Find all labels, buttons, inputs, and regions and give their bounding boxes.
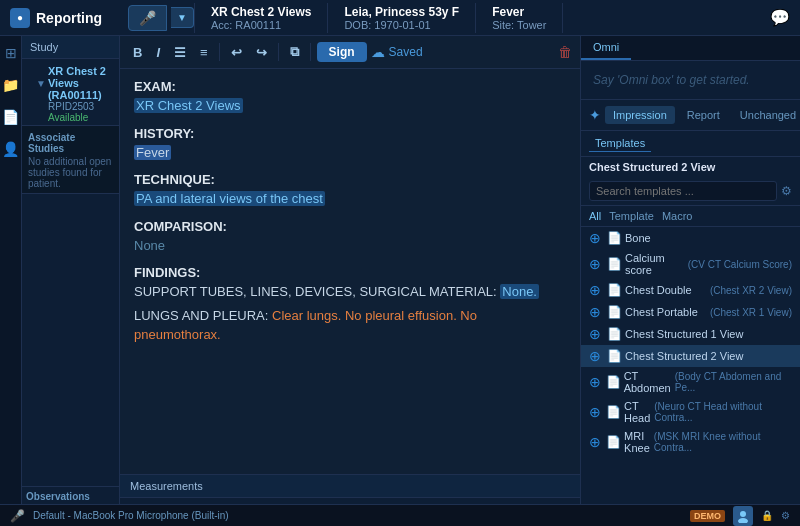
cloud-icon: ☁ bbox=[371, 44, 385, 60]
template-doc-icon: 📄 bbox=[606, 435, 620, 449]
technique-value: PA and lateral views of the chest bbox=[134, 189, 566, 209]
template-plus-icon: ⊕ bbox=[589, 304, 603, 320]
exam-header: EXAM: bbox=[134, 79, 566, 94]
saved-label: Saved bbox=[389, 45, 423, 59]
app-logo: ● Reporting bbox=[0, 8, 120, 28]
unchanged-button[interactable]: Unchanged bbox=[732, 106, 800, 124]
filter-macro[interactable]: Macro bbox=[662, 210, 693, 222]
chat-icon[interactable]: 💬 bbox=[770, 8, 790, 27]
copy-button[interactable]: ⧉ bbox=[285, 42, 304, 62]
bold-button[interactable]: B bbox=[128, 43, 147, 62]
folder-icon[interactable]: 📁 bbox=[2, 76, 20, 94]
template-name: Calcium score bbox=[625, 252, 684, 276]
settings-icon[interactable]: ⚙ bbox=[781, 510, 790, 521]
template-item[interactable]: ⊕ 📄 Chest Portable (Chest XR 1 View) bbox=[581, 301, 800, 323]
findings-line1: SUPPORT TUBES, LINES, DEVICES, SURGICAL … bbox=[134, 282, 566, 302]
templates-tab-row: Templates bbox=[581, 131, 800, 157]
report-content[interactable]: EXAM: XR Chest 2 Views HISTORY: Fever TE… bbox=[120, 69, 580, 474]
patient-name: Leia, Princess 53y F bbox=[344, 5, 459, 19]
findings-none: None. bbox=[500, 284, 539, 299]
expand-icon: ▼ bbox=[36, 78, 46, 89]
template-doc-icon: 📄 bbox=[607, 305, 621, 319]
history-header: HISTORY: bbox=[134, 126, 566, 141]
filter-template[interactable]: Template bbox=[609, 210, 654, 222]
finding-info: Fever Site: Tower bbox=[476, 3, 563, 33]
template-name: Chest Structured 2 View bbox=[625, 350, 792, 362]
template-item[interactable]: ⊕ 📄 CT Head (Neuro CT Head without Contr… bbox=[581, 397, 800, 427]
template-doc-icon: 📄 bbox=[607, 349, 621, 363]
templates-tab[interactable]: Templates bbox=[589, 135, 651, 152]
main-content: ⊞ 📁 📄 👤 Study ▼ XR Chest 2 Views (RA0011… bbox=[0, 36, 800, 526]
template-item[interactable]: ⊕ 📄 Calcium score (CV CT Calcium Score) bbox=[581, 249, 800, 279]
impression-report-row: ✦ Impression Report Unchanged bbox=[581, 100, 800, 131]
obs-title: Observations bbox=[26, 491, 115, 502]
assoc-empty: No additional open studies found for pat… bbox=[28, 156, 113, 189]
template-item[interactable]: ⊕ 📄 Chest Structured 2 View bbox=[581, 345, 800, 367]
template-doc-icon: 📄 bbox=[607, 283, 621, 297]
history-value-selected: Fever bbox=[134, 145, 171, 160]
home-icon[interactable]: ⊞ bbox=[2, 44, 20, 62]
template-plus-icon: ⊕ bbox=[589, 374, 602, 390]
technique-header: TECHNIQUE: bbox=[134, 172, 566, 187]
study-acc: Acc: RA00111 bbox=[211, 19, 312, 31]
findings-line1-text: SUPPORT TUBES, LINES, DEVICES, SURGICAL … bbox=[134, 284, 497, 299]
number-button[interactable]: ≡ bbox=[195, 43, 213, 62]
template-name: Bone bbox=[625, 232, 792, 244]
report-toolbar: B I ☰ ≡ ↩ ↪ ⧉ Sign ☁ Saved 🗑 bbox=[120, 36, 580, 69]
redo-button[interactable]: ↪ bbox=[251, 43, 272, 62]
measurements-tab[interactable]: Measurements bbox=[120, 475, 580, 498]
findings-line2: LUNGS AND PLEURA: Clear lungs. No pleura… bbox=[134, 306, 566, 345]
user-icon[interactable]: 👤 bbox=[2, 140, 20, 158]
filter-all[interactable]: All bbox=[589, 210, 601, 222]
patient-info: Leia, Princess 53y F DOB: 1970-01-01 bbox=[328, 3, 476, 33]
report-button[interactable]: Report bbox=[679, 106, 728, 124]
template-filter-icon[interactable]: ⚙ bbox=[781, 184, 792, 198]
template-item[interactable]: ⊕ 📄 Chest Double (Chest XR 2 View) bbox=[581, 279, 800, 301]
study-rpid: RPID2503 bbox=[48, 101, 113, 112]
template-plus-icon: ⊕ bbox=[589, 404, 602, 420]
app-title: Reporting bbox=[36, 10, 102, 26]
template-name: MRI Knee bbox=[624, 430, 650, 454]
svg-point-1 bbox=[738, 518, 748, 523]
omni-tab[interactable]: Omni bbox=[581, 36, 631, 60]
document-icon[interactable]: 📄 bbox=[2, 108, 20, 126]
undo-button[interactable]: ↩ bbox=[226, 43, 247, 62]
findings-line2-label: LUNGS AND PLEURA: bbox=[134, 308, 268, 323]
mic-status-text: Default - MacBook Pro Microphone (Built-… bbox=[33, 510, 229, 521]
template-doc-icon: 📄 bbox=[607, 257, 621, 271]
study-item[interactable]: ▼ XR Chest 2 Views (RA00111) RPID2503 Av… bbox=[22, 59, 119, 125]
template-item[interactable]: ⊕ 📄 Bone bbox=[581, 227, 800, 249]
template-item[interactable]: ⊕ 📄 CT Abdomen (Body CT Abdomen and Pe..… bbox=[581, 367, 800, 397]
finding-site: Site: Tower bbox=[492, 19, 546, 31]
mic-controls: 🎤 ▼ bbox=[128, 5, 194, 31]
template-plus-icon: ⊕ bbox=[589, 230, 603, 246]
template-search-row: ⚙ bbox=[581, 177, 800, 206]
template-item[interactable]: ⊕ 📄 MRI Knee (MSK MRI Knee without Contr… bbox=[581, 427, 800, 457]
template-doc-icon: 📄 bbox=[606, 375, 620, 389]
omni-area: Say 'Omni box' to get started. bbox=[581, 61, 800, 100]
template-sub: (Chest XR 2 View) bbox=[710, 285, 792, 296]
bullet-button[interactable]: ☰ bbox=[169, 43, 191, 62]
template-item[interactable]: ⊕ 📄 Chest Structured 1 View bbox=[581, 323, 800, 345]
template-doc-icon: 📄 bbox=[607, 231, 621, 245]
assoc-title: Associate Studies bbox=[28, 132, 113, 154]
mic-button[interactable]: 🎤 bbox=[128, 5, 167, 31]
avatar-icon bbox=[736, 509, 750, 523]
top-bar-right: 💬 bbox=[770, 8, 800, 27]
template-name: CT Abdomen bbox=[624, 370, 671, 394]
template-search-input[interactable] bbox=[589, 181, 777, 201]
template-filter-row: All Template Macro bbox=[581, 206, 800, 227]
mic-dropdown[interactable]: ▼ bbox=[171, 7, 194, 28]
italic-button[interactable]: I bbox=[151, 43, 165, 62]
study-tab[interactable]: Study bbox=[22, 36, 119, 59]
omni-placeholder: Say 'Omni box' to get started. bbox=[589, 69, 792, 91]
template-plus-icon: ⊕ bbox=[589, 348, 603, 364]
trash-button[interactable]: 🗑 bbox=[558, 44, 572, 60]
impression-button[interactable]: Impression bbox=[605, 106, 675, 124]
comparison-none: None bbox=[134, 238, 165, 253]
study-name: XR Chest 2 Views (RA00111) bbox=[48, 65, 113, 101]
impression-icon[interactable]: ✦ bbox=[589, 107, 601, 123]
center-col: B I ☰ ≡ ↩ ↪ ⧉ Sign ☁ Saved 🗑 EXAM: XR Ch… bbox=[120, 36, 580, 526]
sign-button[interactable]: Sign bbox=[317, 42, 367, 62]
findings-header: FINDINGS: bbox=[134, 265, 566, 280]
